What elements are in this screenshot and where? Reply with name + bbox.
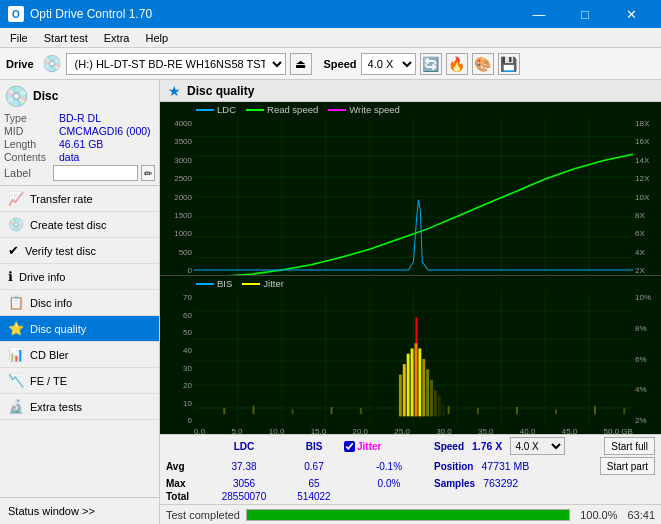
y-left-500: 500 [162, 248, 192, 257]
svg-rect-39 [430, 380, 433, 417]
jitter-checkbox[interactable] [344, 441, 355, 452]
speed-select[interactable]: 4.0 X [361, 53, 416, 75]
title-bar-controls: — □ ✕ [517, 0, 653, 28]
max-ldc: 3056 [204, 478, 284, 489]
sidebar-item-transfer-rate[interactable]: 📈 Transfer rate [0, 186, 159, 212]
menu-help[interactable]: Help [139, 30, 174, 46]
sidebar-item-create-test-disc-label: Create test disc [30, 219, 106, 231]
menu-extra[interactable]: Extra [98, 30, 136, 46]
drive-icon: 💿 [42, 54, 62, 73]
total-label: Total [166, 491, 204, 502]
drive-select[interactable]: (H:) HL-DT-ST BD-RE WH16NS58 TST4 [66, 53, 286, 75]
disc-label-input[interactable] [53, 165, 138, 181]
sidebar-item-fe-te[interactable]: 📉 FE / TE [0, 368, 159, 394]
disc-panel: 💿 Disc Type BD-R DL MID CMCMAGDI6 (000) … [0, 80, 159, 186]
y-right-6x: 6X [635, 229, 659, 238]
sidebar-item-extra-tests[interactable]: 🔬 Extra tests [0, 394, 159, 420]
sidebar-item-create-test-disc[interactable]: 💿 Create test disc [0, 212, 159, 238]
disc-contents-row: Contents data [4, 151, 155, 163]
start-part-button[interactable]: Start part [600, 457, 655, 475]
y-left-1000: 1000 [162, 229, 192, 238]
refresh-button[interactable]: 🔄 [420, 53, 442, 75]
disc-large-icon: 💿 [4, 84, 29, 108]
sidebar-item-cd-bler-label: CD Bler [30, 349, 69, 361]
bis-legend-line [196, 283, 214, 285]
action-buttons: Start full [604, 437, 655, 455]
position-header: Position [434, 461, 473, 472]
stats-header-row: LDC BIS Jitter Speed 1.76 X 4.0 X [166, 437, 655, 455]
settings-button[interactable]: 🎨 [472, 53, 494, 75]
sidebar-item-verify-test-disc[interactable]: ✔ Verify test disc [0, 238, 159, 264]
y-right-16x: 16X [635, 137, 659, 146]
y-left-70: 70 [162, 293, 192, 302]
transfer-rate-icon: 📈 [8, 191, 24, 206]
bx-35: 35.0 [478, 427, 494, 434]
app-icon: O [8, 6, 24, 22]
drive-info-icon: ℹ [8, 269, 13, 284]
legend-write: Write speed [328, 104, 400, 115]
y-left-2000: 2000 [162, 193, 192, 202]
sidebar-item-drive-info[interactable]: ℹ Drive info [0, 264, 159, 290]
svg-rect-48 [448, 406, 450, 414]
disc-label-edit-button[interactable]: ✏ [141, 165, 155, 181]
svg-rect-52 [594, 406, 596, 414]
title-bar-left: O Opti Drive Control 1.70 [8, 6, 152, 22]
bx-20: 20.0 [352, 427, 368, 434]
svg-rect-43 [223, 408, 225, 414]
svg-rect-51 [555, 409, 557, 414]
svg-rect-44 [253, 406, 255, 414]
disc-mid-val: CMCMAGDI6 (000) [59, 125, 151, 137]
bx-25: 25.0 [394, 427, 410, 434]
max-label: Max [166, 478, 204, 489]
y-right-4pct: 4% [635, 385, 659, 394]
jitter-header: Jitter [357, 441, 381, 452]
y-left-50: 50 [162, 328, 192, 337]
avg-ldc: 37.38 [204, 461, 284, 472]
bottom-y-left-axis: 70 60 50 40 30 20 10 0 [160, 291, 194, 427]
svg-rect-33 [407, 354, 410, 417]
top-y-right-axis: 18X 16X 14X 12X 10X 8X 6X 4X 2X [633, 117, 661, 275]
bottom-x-axis-labels: 0.0 5.0 10.0 15.0 20.0 25.0 30.0 35.0 40… [194, 427, 633, 434]
y-left-3000: 3000 [162, 156, 192, 165]
svg-rect-49 [477, 408, 479, 414]
ldc-legend-line [196, 109, 214, 111]
bottom-chart-wrapper: 70 60 50 40 30 20 10 0 [160, 291, 661, 427]
close-button[interactable]: ✕ [609, 0, 653, 28]
sidebar-item-disc-quality[interactable]: ⭐ Disc quality [0, 316, 159, 342]
top-chart-wrapper: 4000 3500 3000 2500 2000 1500 1000 500 0 [160, 117, 661, 275]
status-window-button[interactable]: Status window >> [0, 498, 159, 524]
sidebar-item-disc-info[interactable]: 📋 Disc info [0, 290, 159, 316]
svg-rect-42 [442, 404, 445, 417]
maximize-button[interactable]: □ [563, 0, 607, 28]
top-legend: LDC Read speed Write speed [160, 102, 661, 117]
chart-header: ★ Disc quality [160, 80, 661, 102]
save-button[interactable]: 💾 [498, 53, 520, 75]
top-chart-svg [194, 117, 633, 275]
svg-rect-47 [360, 408, 362, 414]
svg-rect-40 [434, 391, 437, 417]
write-legend-label: Write speed [349, 104, 400, 115]
time-label: 100.0% [580, 509, 617, 521]
bottom-chart-svg [194, 291, 633, 427]
speed-select-stats[interactable]: 4.0 X [510, 437, 565, 455]
disc-section-label: Disc [33, 89, 58, 103]
sidebar-item-disc-info-label: Disc info [30, 297, 72, 309]
minimize-button[interactable]: — [517, 0, 561, 28]
sidebar-item-cd-bler[interactable]: 📊 CD Bler [0, 342, 159, 368]
jitter-legend-label: Jitter [263, 278, 284, 289]
menu-start-test[interactable]: Start test [38, 30, 94, 46]
y-left-0: 0 [162, 266, 192, 275]
bis-header: BIS [284, 441, 344, 452]
menu-file[interactable]: File [4, 30, 34, 46]
title-bar-title: Opti Drive Control 1.70 [30, 7, 152, 21]
legend-read: Read speed [246, 104, 318, 115]
speed-header: Speed [434, 441, 464, 452]
burn-button[interactable]: 🔥 [446, 53, 468, 75]
chart-title: Disc quality [187, 84, 254, 98]
disc-length-val: 46.61 GB [59, 138, 103, 150]
samples-group: Samples 763292 [434, 477, 655, 489]
disc-mid-row: MID CMCMAGDI6 (000) [4, 125, 155, 137]
y-left-3500: 3500 [162, 137, 192, 146]
eject-button[interactable]: ⏏ [290, 53, 312, 75]
start-full-button[interactable]: Start full [604, 437, 655, 455]
